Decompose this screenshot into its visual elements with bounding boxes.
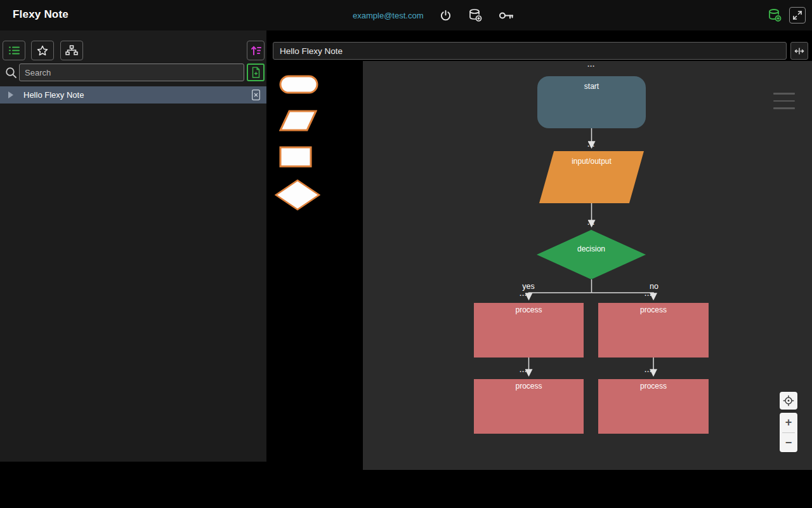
search-input[interactable] [19, 64, 244, 81]
fullscreen-button[interactable] [789, 7, 806, 23]
node-label: process [515, 305, 542, 314]
new-document-button[interactable] [247, 64, 265, 81]
favorites-button[interactable] [31, 41, 54, 60]
sidebar: Hello Flexy Note [0, 30, 266, 462]
node-hint-dots: ... [511, 366, 536, 373]
key-icon[interactable] [499, 11, 514, 20]
zoom-control: + − [780, 413, 797, 452]
flow-node-start[interactable]: start [537, 76, 646, 128]
topbar-center-group: example@test.com [353, 0, 514, 30]
menu-bar [773, 107, 795, 109]
edge-label-yes: yes [522, 283, 534, 291]
outline-list-button[interactable] [3, 41, 25, 60]
palette-rounded-rectangle[interactable] [279, 75, 318, 97]
topbar-right-group [768, 0, 806, 30]
palette-parallelogram[interactable] [279, 110, 317, 134]
delete-document-icon[interactable] [251, 89, 261, 101]
sitemap-icon [65, 45, 78, 56]
flow-node-input-output[interactable]: input/output [539, 151, 644, 203]
diagram-canvas[interactable]: ... ... ... ... ... ... ... yes no start… [363, 61, 812, 470]
node-hint-dots: ... [636, 290, 661, 297]
node-hint-dots: ... [636, 366, 661, 373]
note-title-input[interactable] [273, 42, 787, 60]
logout-power-icon[interactable] [440, 10, 452, 22]
expand-arrows-icon [793, 11, 802, 20]
node-label: process [640, 305, 667, 314]
flow-node-process-no-1[interactable]: process [598, 303, 709, 358]
sidebar-search-row [3, 64, 265, 81]
crosshair-icon [783, 395, 794, 406]
zoom-in-button[interactable]: + [780, 413, 797, 432]
search-icon[interactable] [3, 67, 19, 79]
node-label: process [640, 382, 667, 391]
node-label: start [584, 82, 599, 91]
palette-diamond[interactable] [275, 179, 320, 213]
shape-palette [278, 75, 326, 221]
menu-bar [773, 100, 795, 102]
chevron-right-icon[interactable] [8, 91, 13, 98]
flow-node-process-yes-2[interactable]: process [474, 379, 584, 434]
panel-resize-button[interactable] [790, 42, 808, 60]
star-icon [37, 45, 48, 56]
sort-ascending-icon [251, 45, 261, 56]
menu-bar [773, 93, 795, 95]
center-view-button[interactable] [780, 392, 797, 410]
edge-label-no: no [650, 283, 658, 291]
outline-list-icon [8, 45, 20, 56]
node-hint-dots: ... [579, 141, 604, 148]
sidebar-toolbar [3, 41, 265, 60]
node-label: decision [577, 244, 605, 253]
node-label: process [515, 382, 542, 391]
top-bar: Flexy Note example@test.com [0, 0, 812, 30]
app-title: Flexy Note [13, 8, 69, 21]
node-hint-dots: ... [579, 219, 604, 226]
palette-rectangle[interactable] [279, 146, 312, 170]
canvas-menu-icon[interactable] [773, 93, 795, 115]
database-save-icon[interactable] [468, 8, 482, 22]
document-title: Hello Flexy Note [23, 90, 84, 100]
node-hint-dots: ... [579, 61, 604, 68]
user-email[interactable]: example@test.com [353, 11, 423, 20]
document-list-item[interactable]: Hello Flexy Note [0, 86, 266, 104]
split-arrows-icon [794, 48, 804, 55]
node-hint-dots: ... [511, 290, 536, 297]
file-plus-icon [251, 67, 261, 78]
flow-node-process-no-2[interactable]: process [598, 379, 709, 434]
node-label: input/output [572, 157, 612, 166]
database-status-icon[interactable] [768, 8, 782, 22]
sort-button[interactable] [247, 41, 265, 60]
zoom-out-button[interactable]: − [780, 433, 797, 453]
tree-view-button[interactable] [60, 41, 83, 60]
flow-node-process-yes-1[interactable]: process [474, 303, 584, 358]
